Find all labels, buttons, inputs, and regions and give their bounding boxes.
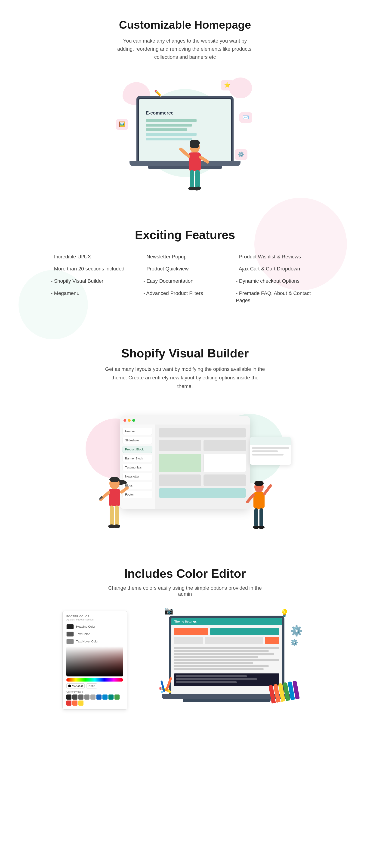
swatch-6[interactable] [96,694,102,700]
feature-item: - Premade FAQ, About & Contact Pages [236,290,319,304]
laptop2-header-text: Theme Settings [174,620,197,623]
swatch-9[interactable] [114,694,120,700]
svg-rect-13 [109,489,120,506]
placeholder-tall-2 [203,454,246,472]
swatch-10[interactable] [66,701,71,706]
svg-rect-26 [255,508,258,527]
section2-title: Exciting Features [23,228,347,242]
laptop2-row-1 [174,628,279,635]
color-hue-bar[interactable] [66,678,123,682]
section1-title: Customizable Homepage [46,19,324,31]
svg-rect-30 [165,677,172,691]
sidebar-item-slideshow: Slideshow [123,437,153,444]
email-icon: ✉️ [239,112,252,123]
swatch-8[interactable] [108,694,113,700]
color-panel-subtitle: Applies to footer section. [66,618,123,621]
pencil-icon: ✏️ [150,87,166,100]
swatches-row [66,694,123,706]
swatch-11[interactable] [72,701,77,706]
features-col-3: - Product Wishlist & Reviews - Ajax Cart… [231,253,324,309]
svg-rect-18 [115,505,119,526]
feature-item: - Ajax Cart & Cart Dropdown [236,265,319,273]
color-hex-box[interactable]: #000000 [66,683,85,688]
svg-line-5 [181,149,189,156]
paintbrush-svg [157,676,180,694]
laptop2-header: Theme Settings [171,618,282,625]
placeholder-4 [203,474,246,486]
card-line [252,447,289,449]
swatch-12[interactable] [78,701,83,706]
card-header [250,437,291,445]
color-swatch-heading[interactable] [66,624,74,629]
camera-icon: 📷 [164,606,173,615]
svg-line-16 [122,488,127,492]
color-row-text: Text Color [66,631,123,637]
svg-rect-17 [110,505,114,526]
svg-point-20 [113,524,120,528]
builder-person-left [99,476,130,536]
builder-person-right [245,481,273,536]
screen-line-1 [146,119,197,122]
section-customizable: Customizable Homepage You can make any c… [0,0,370,209]
lb-gray-2 [205,637,263,644]
svg-line-14 [101,493,109,499]
feature-item: - Product Quickview [143,265,227,273]
browser-main [155,425,250,509]
swatch-4[interactable] [85,694,90,700]
svg-rect-7 [190,170,194,189]
color-row-label-hover: Text Hover Color [76,640,99,643]
section-features: Exciting Features - Incredible UI/UX - M… [0,209,370,328]
lb-orange [174,628,208,635]
svg-point-31 [167,690,171,693]
swatch-3[interactable] [78,694,83,700]
svg-line-24 [247,495,254,502]
browser-window: Header Slideshow Product Block Banner Bl… [120,416,250,509]
placeholder-wide-1 [159,428,246,437]
section-color: Includes Color Editor Change theme color… [0,548,370,728]
none-button[interactable]: None [87,683,97,688]
feature-item: - Shopify Visual Builder [51,278,134,285]
svg-line-25 [265,486,271,494]
laptop2-body-content [171,625,282,689]
dot-green [132,419,135,422]
section-builder: Shopify Visual Builder Get as many layou… [0,328,370,548]
color-swatch-text[interactable] [66,631,74,637]
svg-point-12 [109,477,120,482]
svg-rect-23 [254,492,265,509]
color-panel-title: FOOTER COLOR [66,615,123,618]
svg-rect-8 [195,170,200,189]
gear-icon-large: ⚙️ [290,625,303,637]
color-right-illustration: 📷 💡 ⚙️ ⚙️ Theme Settings [146,611,308,708]
color-illustration: FOOTER COLOR Applies to footer section. … [46,611,324,710]
color-row-heading: Heading Color [66,624,123,629]
features-grid: - Incredible UI/UX - More than 20 sectio… [46,253,324,309]
color-spectrum[interactable] [66,646,123,677]
svg-point-29 [258,526,265,529]
color-swatch-hover[interactable] [66,639,74,644]
swatch-2[interactable] [72,694,77,700]
person-illustration [178,140,211,195]
card-lines [250,445,291,459]
swatch-1[interactable] [66,694,71,700]
svg-point-10 [194,186,201,191]
lightbulb-icon: 💡 [280,609,289,617]
star-icon: ⭐ [221,80,234,90]
svg-line-6 [201,157,208,162]
screen-label: E-commerce [146,110,173,116]
section3-title: Shopify Visual Builder [46,346,324,360]
sidebar-item-testimonials: Testimonials [123,464,153,471]
lb-gray-1 [174,637,203,644]
swatch-7[interactable] [102,694,107,700]
card-line [252,451,278,452]
swatch-5[interactable] [91,694,96,700]
builder-illustration: Header Slideshow Product Block Banner Bl… [81,405,289,534]
lb-orange-2 [265,637,279,644]
browser-content: Header Slideshow Product Block Banner Bl… [120,425,250,509]
color-row-hover: Text Hover Color [66,639,123,644]
svg-rect-32 [161,680,165,692]
placeholder-wide-2 [159,488,246,498]
homepage-illustration: E-commerce [104,75,266,195]
feature-item: - Advanced Product Filters [143,290,227,297]
placeholder-tall [159,454,201,472]
hex-dot [68,685,71,687]
